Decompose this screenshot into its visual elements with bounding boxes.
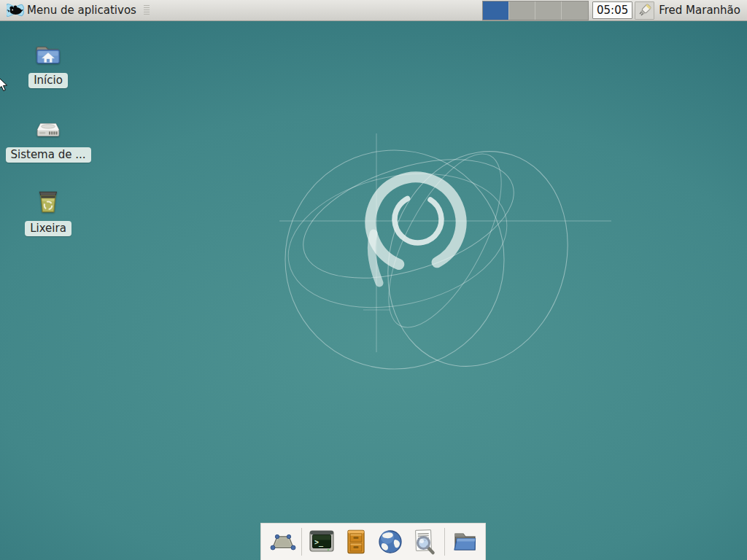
top-panel: Menu de aplicativos 05:05	[0, 0, 747, 21]
file-manager-folder-icon	[450, 527, 479, 556]
show-desktop-button[interactable]	[266, 526, 298, 557]
home-folder-icon	[33, 39, 63, 69]
workspace-3[interactable]	[535, 1, 562, 20]
clock[interactable]: 05:05	[592, 1, 632, 19]
workspace-4[interactable]	[562, 1, 588, 20]
wallpaper-debian-lines	[0, 0, 747, 560]
file-cabinet-icon	[341, 527, 371, 556]
mouse-cursor	[0, 77, 9, 93]
workspace-1[interactable]	[483, 1, 509, 20]
dock-separator	[444, 528, 445, 556]
file-manager-launcher[interactable]	[449, 526, 481, 557]
desktop-icon-label: Sistema de ...	[6, 147, 91, 163]
username-label[interactable]: Fred Maranhão	[659, 4, 747, 17]
xfce-mouse-logo-icon	[7, 2, 24, 18]
svg-text:>_: >_	[314, 538, 324, 547]
trash-icon	[33, 187, 63, 217]
panel-grip-handle[interactable]	[144, 5, 150, 16]
bottom-dock-panel: >_	[260, 523, 486, 560]
desktop-icon-label: Lixeira	[25, 221, 71, 236]
web-browser-globe-icon	[376, 527, 405, 556]
file-cabinet-launcher[interactable]	[340, 526, 372, 557]
file-search-icon	[410, 527, 439, 556]
web-browser-launcher[interactable]	[374, 526, 406, 557]
terminal-icon: >_	[307, 527, 336, 556]
desktop-icon-home[interactable]: Início	[13, 39, 83, 88]
desktop-icon-label: Início	[28, 73, 68, 88]
desktop-icon-trash[interactable]: Lixeira	[13, 187, 83, 236]
workspace-2[interactable]	[509, 1, 535, 20]
show-desktop-icon	[267, 527, 296, 556]
applications-menu-button[interactable]: Menu de aplicativos	[4, 0, 152, 20]
terminal-launcher[interactable]: >_	[306, 526, 338, 557]
desktop-icon-filesystem[interactable]: Sistema de ...	[13, 113, 83, 163]
power-plug-icon	[638, 3, 652, 18]
power-manager-button[interactable]	[635, 1, 654, 20]
filesystem-drive-icon	[33, 113, 63, 144]
applications-menu-label: Menu de aplicativos	[27, 4, 136, 17]
dock-separator	[301, 528, 302, 556]
workspace-switcher	[482, 1, 589, 20]
clock-time: 05:05	[597, 4, 628, 17]
file-search-launcher[interactable]	[409, 526, 441, 557]
